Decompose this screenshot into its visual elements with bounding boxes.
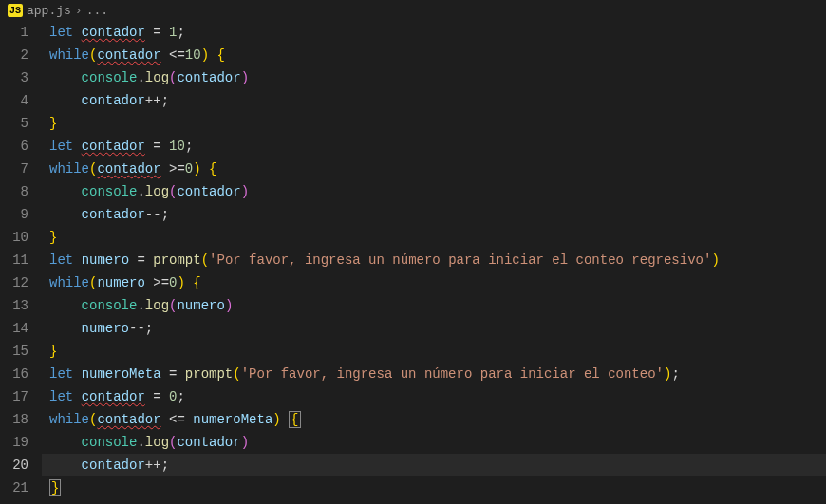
token-sp bbox=[281, 412, 289, 427]
token-sp bbox=[161, 412, 169, 427]
token-num: 0 bbox=[185, 161, 193, 177]
token-sp bbox=[161, 389, 169, 404]
token-brcP: ) bbox=[241, 70, 249, 85]
line-number: 10 bbox=[0, 226, 28, 249]
token-var: contador bbox=[97, 412, 160, 427]
token-op: = bbox=[153, 139, 160, 154]
token-var: contador bbox=[177, 184, 240, 199]
token-brc: ) bbox=[272, 412, 280, 427]
code-line[interactable]: console.log(contador) bbox=[42, 66, 826, 89]
code-line[interactable]: let contador = 10; bbox=[42, 135, 826, 158]
token-pun: . bbox=[137, 435, 144, 450]
token-obj: console bbox=[82, 184, 138, 199]
token-str: 'Por favor, ingresa un número para inici… bbox=[209, 252, 711, 268]
token-pun: ; bbox=[161, 207, 169, 222]
code-line[interactable]: console.log(contador) bbox=[42, 431, 826, 454]
line-number: 14 bbox=[0, 317, 28, 340]
token-brcP: ) bbox=[241, 435, 249, 450]
token-op: ++ bbox=[145, 93, 161, 108]
breadcrumb[interactable]: JS app.js › ... bbox=[0, 0, 826, 21]
token-kw: let bbox=[49, 252, 73, 268]
code-line[interactable]: } bbox=[42, 476, 826, 499]
code-line[interactable]: } bbox=[42, 112, 826, 135]
token-brc: { bbox=[289, 411, 300, 428]
line-number: 20 bbox=[0, 454, 28, 476]
line-number: 6 bbox=[0, 135, 28, 158]
code-editor[interactable]: 123456789101112131415161718192021 let co… bbox=[0, 21, 826, 504]
token-sp bbox=[145, 275, 153, 290]
token-op: = bbox=[153, 389, 160, 404]
code-line[interactable]: while(contador >=0) { bbox=[42, 158, 826, 180]
breadcrumb-tail[interactable]: ... bbox=[86, 4, 108, 18]
token-obj: console bbox=[82, 298, 138, 313]
code-line[interactable]: } bbox=[42, 226, 826, 249]
code-line[interactable]: contador--; bbox=[42, 203, 826, 226]
line-number: 1 bbox=[0, 21, 28, 44]
token-obj: console bbox=[82, 70, 138, 85]
token-var: numero bbox=[82, 252, 129, 268]
token-var: contador bbox=[97, 47, 160, 63]
code-line[interactable]: console.log(numero) bbox=[42, 294, 826, 317]
token-sp bbox=[177, 366, 184, 382]
token-brc: ( bbox=[233, 366, 240, 382]
line-number-gutter: 123456789101112131415161718192021 bbox=[0, 21, 42, 504]
line-number: 8 bbox=[0, 180, 28, 203]
token-brc: ) bbox=[193, 161, 200, 177]
token-sp bbox=[73, 366, 81, 382]
token-var: numeroMeta bbox=[193, 412, 272, 427]
token-var: contador bbox=[97, 161, 160, 177]
token-pun: . bbox=[137, 70, 144, 85]
token-brc: } bbox=[49, 344, 57, 359]
code-line[interactable]: let numeroMeta = prompt('Por favor, ingr… bbox=[42, 363, 826, 385]
token-op: ++ bbox=[145, 457, 161, 473]
code-line[interactable]: numero--; bbox=[42, 317, 826, 340]
token-sp bbox=[145, 139, 153, 154]
code-line[interactable]: while(contador <=10) { bbox=[42, 44, 826, 66]
code-line[interactable]: contador++; bbox=[42, 454, 826, 476]
token-pun: ; bbox=[671, 366, 679, 382]
token-fn: prompt bbox=[185, 366, 233, 382]
token-pun: ; bbox=[177, 25, 184, 40]
token-fn: log bbox=[145, 298, 169, 313]
token-pun: ; bbox=[145, 321, 153, 336]
line-number: 7 bbox=[0, 158, 28, 180]
code-line[interactable]: let contador = 0; bbox=[42, 385, 826, 408]
token-sp bbox=[201, 161, 209, 177]
token-op: -- bbox=[145, 207, 161, 222]
line-number: 2 bbox=[0, 44, 28, 66]
token-var: contador bbox=[82, 207, 145, 222]
token-brc: ) bbox=[177, 275, 184, 290]
code-line[interactable]: while(contador <= numeroMeta) { bbox=[42, 408, 826, 431]
code-area[interactable]: let contador = 1;while(contador <=10) { … bbox=[42, 21, 826, 504]
line-number: 16 bbox=[0, 363, 28, 385]
token-sp bbox=[185, 412, 193, 427]
token-kw: while bbox=[49, 412, 89, 427]
token-brc: { bbox=[193, 275, 200, 290]
token-pun: ; bbox=[185, 139, 193, 154]
token-fn: log bbox=[145, 70, 169, 85]
line-number: 18 bbox=[0, 408, 28, 431]
breadcrumb-file[interactable]: app.js bbox=[27, 4, 71, 18]
token-brc: { bbox=[216, 47, 224, 63]
code-line[interactable]: contador++; bbox=[42, 89, 826, 112]
token-op: -- bbox=[129, 321, 145, 336]
token-var: numero bbox=[82, 321, 129, 336]
line-number: 17 bbox=[0, 385, 28, 408]
token-op: >= bbox=[153, 275, 169, 290]
token-kw: while bbox=[49, 161, 89, 177]
token-sp bbox=[161, 366, 169, 382]
line-number: 13 bbox=[0, 294, 28, 317]
code-line[interactable]: while(numero >=0) { bbox=[42, 271, 826, 294]
line-number: 5 bbox=[0, 112, 28, 135]
token-brc: ) bbox=[711, 252, 719, 268]
line-number: 15 bbox=[0, 340, 28, 363]
code-line[interactable]: console.log(contador) bbox=[42, 180, 826, 203]
chevron-right-icon: › bbox=[75, 4, 83, 18]
token-brcP: ) bbox=[241, 184, 249, 199]
code-line[interactable]: let numero = prompt('Por favor, ingresa … bbox=[42, 249, 826, 271]
code-line[interactable]: let contador = 1; bbox=[42, 21, 826, 44]
token-brc: } bbox=[49, 230, 57, 245]
token-num: 10 bbox=[185, 47, 201, 63]
code-line[interactable]: } bbox=[42, 340, 826, 363]
token-sp bbox=[161, 139, 169, 154]
